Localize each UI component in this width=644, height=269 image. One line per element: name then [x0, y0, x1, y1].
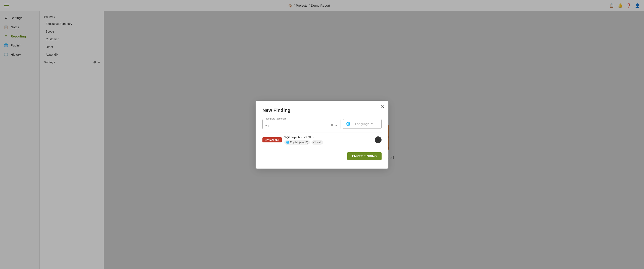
modal-close-button[interactable]: ✕: [381, 104, 384, 109]
new-finding-modal: New Finding ✕ Template (optional) ✕ ▲ 🌐 …: [256, 101, 388, 168]
language-field[interactable]: 🌐 Language ▾: [343, 119, 382, 129]
severity-label: Critical: [264, 138, 274, 142]
search-result-item[interactable]: Critical 9.8 SQL Injection (SQLi) 🌐 Engl…: [262, 132, 382, 147]
template-input[interactable]: [265, 123, 329, 127]
template-field: Template (optional) ✕ ▲: [262, 119, 340, 129]
modal-title: New Finding: [262, 108, 382, 113]
result-title: SQL Injection (SQLi): [284, 135, 372, 139]
template-section: Template (optional) ✕ ▲ 🌐 Language ▾: [262, 119, 382, 129]
result-info: SQL Injection (SQLi) 🌐 English (en-US) 🏷…: [284, 135, 372, 144]
tag-web-label: web: [317, 141, 321, 144]
severity-badge: Critical 9.8: [262, 137, 282, 142]
severity-score: 9.8: [275, 138, 279, 142]
language-chevron-icon: ▾: [371, 122, 378, 126]
result-tags: 🌐 English (en-US) 🏷 web: [284, 140, 372, 144]
modal-overlay[interactable]: New Finding ✕ Template (optional) ✕ ▲ 🌐 …: [0, 0, 644, 269]
language-placeholder: Language: [355, 122, 370, 126]
tag-language-icon: 🌐: [286, 141, 289, 144]
template-label: Template (optional): [265, 117, 287, 120]
modal-actions: EMPTY FINDING: [262, 152, 382, 160]
template-toggle-button[interactable]: ▲: [335, 123, 338, 127]
language-icon: 🌐: [346, 122, 354, 126]
tag-web-icon: 🏷: [313, 141, 316, 144]
empty-finding-button[interactable]: EMPTY FINDING: [347, 152, 382, 160]
tag-web: 🏷 web: [312, 140, 323, 144]
result-arrow-button[interactable]: ›: [375, 136, 382, 143]
tag-language: 🌐 English (en-US): [284, 140, 310, 144]
template-clear-button[interactable]: ✕: [330, 123, 333, 127]
tag-language-label: English (en-US): [290, 141, 308, 144]
template-input-row: ✕ ▲: [265, 123, 338, 127]
